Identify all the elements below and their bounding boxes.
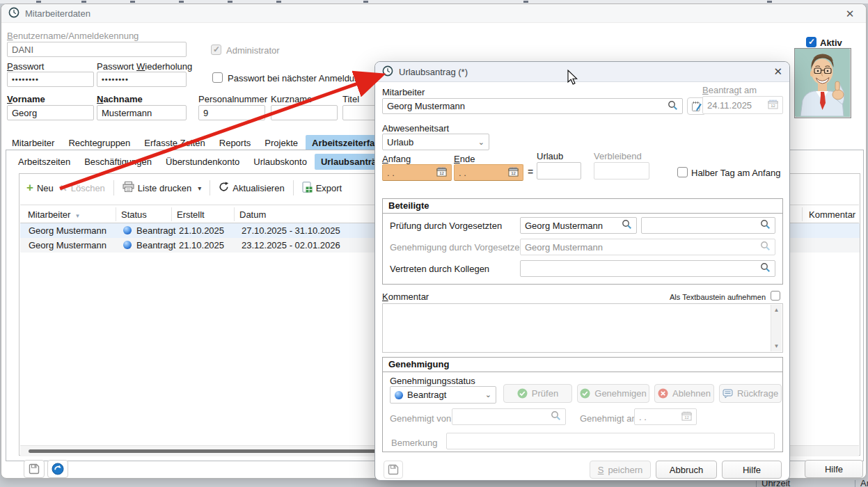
subtab-arbeitszeiten[interactable]: Arbeitszeiten xyxy=(12,154,77,170)
main-tabs: Mitarbeiter Rechtegruppen Erfasste Zeite… xyxy=(6,135,408,151)
toolbar-separator xyxy=(113,180,114,195)
genehmigung-durch-field: Georg Mustermann xyxy=(520,239,775,255)
textbaustein-checkbox[interactable] xyxy=(771,291,780,301)
subtab-urlaubskonto[interactable]: Urlaubskonto xyxy=(247,154,313,170)
title-field[interactable] xyxy=(342,105,377,120)
floppy-icon xyxy=(29,463,40,474)
administrator-label: Administrator xyxy=(226,45,280,56)
username-field[interactable]: DANI xyxy=(7,42,187,57)
active-checkbox[interactable] xyxy=(806,37,816,47)
main-help-button[interactable]: Hilfe xyxy=(805,460,863,478)
check-circle-icon xyxy=(517,388,528,399)
search-icon[interactable] xyxy=(622,219,632,232)
main-window-title: Mitarbeiterdaten xyxy=(25,8,90,19)
dialog-close-icon[interactable]: ✕ xyxy=(773,65,782,78)
refresh-button[interactable]: Aktualisieren xyxy=(219,182,284,194)
tab-reports[interactable]: Reports xyxy=(213,135,258,151)
column-header-erstellt[interactable]: Erstellt xyxy=(177,209,205,220)
tab-erfasste-zeiten[interactable]: Erfasste Zeiten xyxy=(138,135,211,151)
dialog-hilfe-button[interactable]: Hilfe xyxy=(722,461,782,479)
toolbar-separator xyxy=(293,180,294,195)
column-header-datum[interactable]: Datum xyxy=(239,209,266,220)
verbleibend-label: Verbleibend xyxy=(594,151,642,161)
shortname-field[interactable] xyxy=(271,105,338,120)
column-divider[interactable] xyxy=(234,207,235,221)
scroll-down-icon[interactable]: ▼ xyxy=(774,341,780,351)
column-divider[interactable] xyxy=(802,207,803,221)
halber-tag-checkbox[interactable] xyxy=(677,167,688,177)
kommentar-textarea[interactable]: ▲ ▼ xyxy=(382,303,783,353)
calendar-icon: 12 xyxy=(768,99,778,111)
bemerkung-label: Bemerkung xyxy=(391,438,437,448)
password-repeat-field[interactable]: •••••••• xyxy=(97,72,187,87)
personnel-number-field[interactable]: 9 xyxy=(198,105,265,120)
beantragt-am-field: 24.11.2025 12 xyxy=(702,96,783,114)
column-header-mitarbeiter[interactable]: Mitarbeiter▼ xyxy=(28,209,80,220)
search-icon[interactable] xyxy=(760,262,771,275)
beantragt-am-label: Beantragt am xyxy=(702,85,757,95)
speichern-button[interactable]: Speichern xyxy=(590,461,651,479)
urlaub-label: Urlaub xyxy=(537,151,563,161)
kommentar-label: Kommentar xyxy=(382,292,429,302)
abwesenheitsart-select[interactable]: Urlaub ⌄ xyxy=(382,134,489,150)
export-button[interactable]: Export xyxy=(302,182,342,195)
subtab-beschaeftigungen[interactable]: Beschäftigungen xyxy=(78,154,158,170)
speed-refresh-button[interactable] xyxy=(47,460,68,478)
tab-projekte[interactable]: Projekte xyxy=(258,135,304,151)
lastname-field[interactable]: Mustermann xyxy=(97,105,187,120)
save-button[interactable] xyxy=(24,460,45,478)
column-header-kommentar[interactable]: Kommentar xyxy=(809,209,855,220)
urlaub-field[interactable] xyxy=(537,162,581,179)
calendar-icon[interactable]: 12 xyxy=(508,167,519,179)
floppy-icon xyxy=(388,464,399,475)
mitarbeiter-field[interactable]: Georg Mustermann xyxy=(382,98,683,114)
anfang-date-field[interactable]: . . 12 xyxy=(382,164,452,181)
tab-mitarbeiter[interactable]: Mitarbeiter xyxy=(6,135,61,151)
pruefen-button[interactable]: Prüfen xyxy=(503,384,572,403)
main-window-titlebar[interactable]: Mitarbeiterdaten xyxy=(1,4,866,23)
password-change-label: Passwort bei nächster Anmeldung ändern xyxy=(228,73,395,83)
cross-circle-icon xyxy=(658,388,668,399)
rueckfrage-button[interactable]: Rückfrage xyxy=(719,384,782,403)
status-beantragt-icon xyxy=(395,391,403,399)
pruefung-field-2[interactable] xyxy=(641,217,775,234)
abbruch-button[interactable]: Abbruch xyxy=(656,461,717,479)
employee-photo-cartoon xyxy=(795,49,849,116)
new-button[interactable]: + Neu xyxy=(26,183,54,193)
cell-mitarbeiter: Georg Mustermann xyxy=(29,225,106,236)
ablehnen-button[interactable]: Ablehnen xyxy=(654,384,714,403)
title-field-label: Titel xyxy=(342,94,359,104)
firstname-field[interactable]: Georg xyxy=(7,105,94,120)
shortname-label: Kurzname xyxy=(271,94,312,104)
genehmigen-button[interactable]: Genehmigen xyxy=(577,384,649,403)
dialog-titlebar[interactable]: Urlaubsantrag (*) ✕ xyxy=(375,62,789,82)
firstname-label: Vorname xyxy=(7,94,45,104)
ende-date-field[interactable]: . . 12 xyxy=(454,164,523,181)
chevron-down-icon[interactable]: ▾ xyxy=(198,184,201,192)
subtab-ueberstundenkonto[interactable]: Überstundenkonto xyxy=(159,154,246,170)
administrator-checkbox[interactable] xyxy=(211,45,221,55)
column-header-status[interactable]: Status xyxy=(121,209,147,220)
dialog-save-icon-button[interactable] xyxy=(384,461,403,479)
genehmigungsstatus-select[interactable]: Beantragt ⌄ xyxy=(390,386,496,404)
print-list-button[interactable]: Liste drucken ▾ xyxy=(123,182,201,194)
desktop: { "window": { "title": "Mitarbeiterdaten… xyxy=(0,0,868,487)
scroll-up-icon[interactable]: ▲ xyxy=(774,305,780,315)
password-field[interactable]: •••••••• xyxy=(7,72,94,87)
search-icon[interactable] xyxy=(668,100,678,113)
password-change-checkbox[interactable] xyxy=(212,72,223,83)
calendar-icon[interactable]: 12 xyxy=(436,167,447,179)
column-divider[interactable] xyxy=(116,207,116,221)
genehmigungsstatus-label: Genehmigungsstatus xyxy=(390,376,475,386)
delete-button[interactable]: ✕ Löschen xyxy=(60,183,105,193)
search-icon[interactable] xyxy=(760,219,771,232)
chevron-down-icon: ⌄ xyxy=(478,138,484,147)
cell-datum: 27.10.2025 - 31.10.2025 xyxy=(242,225,340,236)
tab-rechtegruppen[interactable]: Rechtegruppen xyxy=(62,135,136,151)
pruefung-field[interactable]: Georg Mustermann xyxy=(520,217,637,234)
pruefung-label: Prüfung durch Vorgesetzten xyxy=(390,221,502,231)
vertreten-field[interactable] xyxy=(520,260,775,277)
textarea-scrollbar[interactable]: ▲ ▼ xyxy=(771,305,782,351)
main-close-icon[interactable]: ✕ xyxy=(844,8,856,20)
column-divider[interactable] xyxy=(171,207,172,221)
